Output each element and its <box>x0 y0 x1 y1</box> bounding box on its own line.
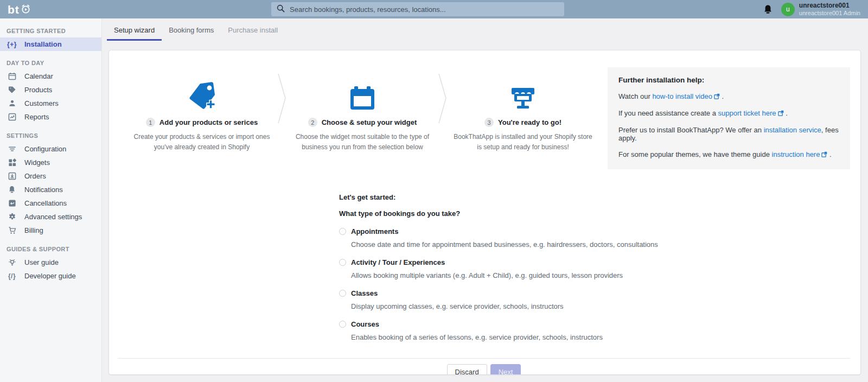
code-braces-icon: {/} <box>7 272 17 280</box>
sidebar-item-label: Reports <box>24 113 49 121</box>
help-line: If you need assistance create a support … <box>618 109 839 118</box>
cancel-return-icon <box>7 199 17 207</box>
wizard-actions: Discard Next <box>118 358 850 374</box>
user-role: unreactstore001 Admin <box>799 10 860 17</box>
radio-row-classes[interactable]: Classes <box>339 289 850 297</box>
sidebar-item-label: Configuration <box>24 145 66 153</box>
sidebar-item-label: User guide <box>24 258 59 266</box>
help-line-text: For some popular themes, we have theme g… <box>618 150 772 158</box>
sidebar-item-label: Billing <box>24 226 43 234</box>
help-title: Further installation help: <box>618 76 839 84</box>
help-line: Watch our how-to install video . <box>618 92 839 101</box>
radio-row-activity-tour-experiences[interactable]: Activity / Tour / Experiences <box>339 258 850 266</box>
search-input[interactable] <box>290 5 559 14</box>
help-link-instruction-here[interactable]: instruction here <box>772 150 820 158</box>
sidebar-item-label: Cancellations <box>24 199 67 207</box>
booking-type-option-courses: CoursesEnables booking of a series of le… <box>339 320 850 341</box>
sidebar-item-notifications[interactable]: Notifications <box>0 183 101 196</box>
braces-plus-icon: {+} <box>7 41 17 48</box>
option-label: Classes <box>351 289 378 297</box>
notification-bell-icon[interactable] <box>763 4 773 15</box>
radio-button-appointments[interactable] <box>339 228 346 235</box>
bell-icon <box>7 186 17 194</box>
storefront-icon <box>447 67 599 111</box>
help-link-installation-service[interactable]: installation service <box>764 126 821 134</box>
option-description: Enables booking of a series of lessons, … <box>351 333 850 341</box>
radio-button-classes[interactable] <box>339 290 346 297</box>
help-link-how-to-install-video[interactable]: how-to install video <box>652 92 712 100</box>
alarm-clock-icon <box>21 3 31 16</box>
sidebar-item-calendar[interactable]: Calendar <box>0 69 101 83</box>
external-link-icon <box>714 93 720 101</box>
step-title: Choose & setup your widget <box>322 118 417 126</box>
sidebar-item-user-guide[interactable]: User guide <box>0 256 101 269</box>
topbar: bt u unreactstore001 unreactstore001 Adm… <box>0 0 868 18</box>
orders-box-icon <box>7 172 17 180</box>
radio-row-courses[interactable]: Courses <box>339 320 850 328</box>
step-title: Add your products or serices <box>159 118 258 126</box>
sidebar-item-reports[interactable]: Reports <box>0 110 101 124</box>
sidebar-item-developer-guide[interactable]: {/}Developer guide <box>0 269 101 283</box>
sidebar-item-billing[interactable]: Billing <box>0 224 101 237</box>
tab-purchase-install[interactable]: Purchase install <box>221 21 285 41</box>
option-description: Display upcoming classes, e.g. service p… <box>351 302 850 310</box>
sidebar-item-customers[interactable]: Customers <box>0 97 101 110</box>
next-button[interactable]: Next <box>490 364 521 374</box>
sidebar-item-orders[interactable]: Orders <box>0 169 101 183</box>
sidebar-item-widgets[interactable]: Widgets <box>0 156 101 169</box>
sidebar-item-advanced-settings[interactable]: Advanced settings <box>0 210 101 224</box>
radio-button-courses[interactable] <box>339 321 346 328</box>
tab-booking-forms[interactable]: Booking forms <box>162 21 221 41</box>
search-icon <box>277 4 285 15</box>
sidebar-section-header: DAY TO DAY <box>7 60 101 66</box>
user-name: unreactstore001 <box>799 2 860 10</box>
step-separator-chevron <box>278 73 286 126</box>
sidebar-section: SETTINGSConfigurationWidgetsOrdersNotifi… <box>0 132 101 237</box>
external-link-icon <box>778 110 784 118</box>
sidebar-item-label: Developer guide <box>24 272 76 280</box>
sidebar-item-label: Notifications <box>24 186 63 194</box>
help-line-text: Watch our <box>618 92 652 100</box>
tag-icon <box>7 86 17 94</box>
discard-button[interactable]: Discard <box>447 364 487 374</box>
global-search[interactable] <box>271 2 564 16</box>
step-title: You're ready to go! <box>498 118 561 126</box>
sidebar-item-label: Customers <box>24 99 59 107</box>
sidebar-item-installation[interactable]: {+}Installation <box>0 37 101 51</box>
sidebar-section-header: SETTINGS <box>7 132 101 139</box>
report-icon <box>7 113 17 121</box>
option-label: Appointments <box>351 227 398 235</box>
sidebar-item-label: Products <box>24 86 52 94</box>
app-logo[interactable]: bt <box>8 3 31 16</box>
step-description: BookThatApp is installed and your Shopif… <box>447 132 599 152</box>
help-link-support-ticket-here[interactable]: support ticket here <box>718 109 776 117</box>
step-number-badge: 2 <box>308 118 317 127</box>
help-line: Prefer us to install BookThatApp? We off… <box>618 126 839 142</box>
radio-row-appointments[interactable]: Appointments <box>339 227 850 235</box>
external-link-icon <box>821 151 827 159</box>
user-menu[interactable]: u unreactstore001 unreactstore001 Admin <box>781 2 860 17</box>
sidebar-item-label: Calendar <box>24 72 53 80</box>
step-separator-chevron <box>438 73 447 126</box>
help-line-text: Prefer us to install BookThatApp? We off… <box>618 126 764 134</box>
tag-plus-icon <box>126 67 278 111</box>
sidebar-item-products[interactable]: Products <box>0 83 101 97</box>
gear-icon <box>7 213 17 221</box>
sidebar-section-header: GUIDES & SUPPORT <box>7 246 101 252</box>
person-icon <box>7 99 17 107</box>
sidebar: GETTING STARTED{+}InstallationDAY TO DAY… <box>0 18 102 382</box>
widgets-icon <box>7 158 17 167</box>
wizard-steps: 1Add your products or sericesCreate your… <box>126 67 599 152</box>
sidebar-section: GETTING STARTED{+}Installation <box>0 28 101 51</box>
sidebar-section: DAY TO DAYCalendarProductsCustomersRepor… <box>0 60 101 124</box>
setup-wizard-card: 1Add your products or sericesCreate your… <box>109 50 860 374</box>
wizard-step-3: 3You're ready to go!BookThatApp is insta… <box>447 67 599 152</box>
sidebar-item-cancellations[interactable]: Cancellations <box>0 196 101 210</box>
sidebar-item-configuration[interactable]: Configuration <box>0 142 101 156</box>
sidebar-item-label: Orders <box>24 172 46 180</box>
option-description: Choose date and time for appointment bas… <box>351 240 850 249</box>
sidebar-item-label: Installation <box>24 40 62 48</box>
sidebar-section: GUIDES & SUPPORTUser guide{/}Developer g… <box>0 246 101 283</box>
radio-button-activity-tour-experiences[interactable] <box>339 259 346 266</box>
tab-setup-wizard[interactable]: Setup wizard <box>107 21 162 41</box>
